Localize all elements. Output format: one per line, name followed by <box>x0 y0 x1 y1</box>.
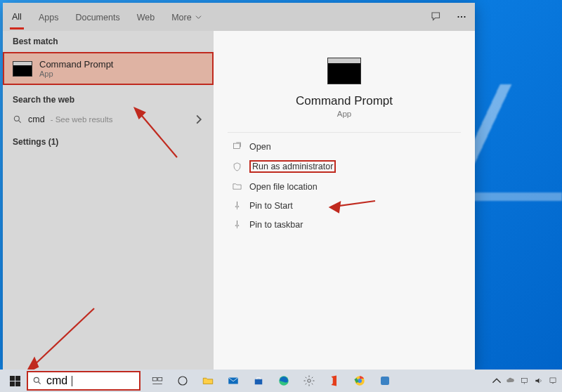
taskbar-chrome[interactable] <box>347 370 372 392</box>
svg-rect-21 <box>521 379 527 383</box>
tab-more-label: More <box>171 13 191 22</box>
action-run-admin-label: Run as administrator <box>249 160 336 173</box>
pin-icon <box>232 200 242 211</box>
taskbar-search-box[interactable]: cmd <box>27 371 140 391</box>
svg-rect-23 <box>550 378 556 382</box>
mail-icon <box>227 374 240 387</box>
more-options-icon[interactable] <box>455 11 468 23</box>
web-result-query: cmd <box>28 115 45 124</box>
web-result-suffix: - See web results <box>51 115 113 124</box>
taskbar-app[interactable] <box>372 370 398 392</box>
settings-header[interactable]: Settings (1) <box>3 131 214 152</box>
taskbar-edge[interactable] <box>271 370 296 392</box>
office-icon <box>328 374 341 387</box>
svg-rect-20 <box>381 377 389 385</box>
notifications-icon[interactable] <box>548 376 558 386</box>
best-match-header: Best match <box>3 31 214 52</box>
network-icon[interactable] <box>520 376 530 386</box>
chrome-icon <box>353 374 366 387</box>
search-the-web-header: Search the web <box>3 89 214 110</box>
admin-shield-icon <box>232 162 242 172</box>
taskbar-store[interactable] <box>246 370 271 392</box>
tab-web[interactable]: Web <box>135 6 157 28</box>
search-results-left: Best match Command Prompt App Search the… <box>3 31 214 370</box>
svg-point-1 <box>461 16 462 18</box>
pin-taskbar-icon <box>232 219 242 230</box>
command-prompt-icon <box>13 61 32 77</box>
tab-documents[interactable]: Documents <box>73 6 122 28</box>
svg-rect-12 <box>158 378 162 381</box>
feedback-icon[interactable] <box>430 11 443 23</box>
taskbar-search-value: cmd <box>46 374 67 387</box>
action-open-file-location[interactable]: Open file location <box>228 177 461 196</box>
highlight-best-match-box: Command Prompt App <box>3 52 214 85</box>
web-result-cmd[interactable]: cmd - See web results <box>3 110 214 129</box>
cortana-circle-icon <box>176 374 189 387</box>
search-preview-panel: Command Prompt App Open Run as administr… <box>214 31 475 370</box>
onedrive-icon[interactable] <box>506 376 516 386</box>
divider <box>228 132 461 133</box>
task-view-button[interactable] <box>145 370 170 392</box>
system-tray <box>492 376 562 386</box>
cortana-button[interactable] <box>170 370 195 392</box>
search-filter-tabs: All Apps Documents Web More <box>3 3 475 31</box>
action-open-location-label: Open file location <box>249 182 318 192</box>
svg-rect-7 <box>234 143 240 149</box>
open-icon <box>232 141 242 152</box>
action-pin-taskbar-label: Pin to taskbar <box>249 220 303 230</box>
start-search-panel: All Apps Documents Web More Best match C… <box>3 3 475 370</box>
tray-chevron-up-icon[interactable] <box>492 376 502 386</box>
tab-all[interactable]: All <box>10 5 24 30</box>
taskbar: cmd <box>0 370 562 392</box>
folder-icon <box>232 181 242 192</box>
svg-point-0 <box>457 16 459 18</box>
svg-point-2 <box>464 16 465 18</box>
svg-point-9 <box>34 377 39 382</box>
windows-logo-icon <box>10 376 20 386</box>
action-pin-to-taskbar[interactable]: Pin to taskbar <box>228 215 461 234</box>
gear-icon <box>303 374 315 387</box>
app-icon <box>379 374 391 387</box>
chevron-down-icon <box>195 14 202 20</box>
svg-point-14 <box>178 377 187 385</box>
start-button[interactable] <box>3 370 27 392</box>
action-run-as-administrator[interactable]: Run as administrator <box>228 156 461 177</box>
action-open-label: Open <box>249 142 271 152</box>
taskbar-office[interactable] <box>322 370 347 392</box>
action-open[interactable]: Open <box>228 137 461 156</box>
edge-icon <box>277 374 290 387</box>
text-caret <box>72 376 72 386</box>
taskbar-mail[interactable] <box>221 370 246 392</box>
svg-point-19 <box>358 379 362 383</box>
action-pin-start-label: Pin to Start <box>249 201 293 211</box>
taskbar-settings[interactable] <box>296 370 322 392</box>
tab-apps[interactable]: Apps <box>37 6 61 28</box>
action-pin-to-start[interactable]: Pin to Start <box>228 196 461 215</box>
store-icon <box>252 374 265 387</box>
best-match-command-prompt[interactable]: Command Prompt App <box>4 53 212 84</box>
svg-line-4 <box>19 121 21 123</box>
volume-icon[interactable] <box>534 376 544 386</box>
chevron-right-icon <box>194 115 204 124</box>
svg-point-3 <box>14 116 19 121</box>
preview-app-subtitle: App <box>228 110 461 118</box>
preview-command-prompt-icon <box>327 58 361 84</box>
folder-icon <box>202 374 214 387</box>
best-match-subtitle: App <box>39 70 113 78</box>
search-icon <box>13 115 22 124</box>
svg-rect-11 <box>152 378 157 381</box>
tab-more[interactable]: More <box>169 6 204 28</box>
svg-point-17 <box>308 379 311 383</box>
task-view-icon <box>151 374 164 387</box>
preview-app-title: Command Prompt <box>228 94 461 108</box>
svg-line-6 <box>31 308 94 368</box>
taskbar-explorer[interactable] <box>195 370 221 392</box>
search-icon <box>32 376 42 386</box>
best-match-title: Command Prompt <box>39 59 113 70</box>
svg-line-10 <box>39 382 41 384</box>
